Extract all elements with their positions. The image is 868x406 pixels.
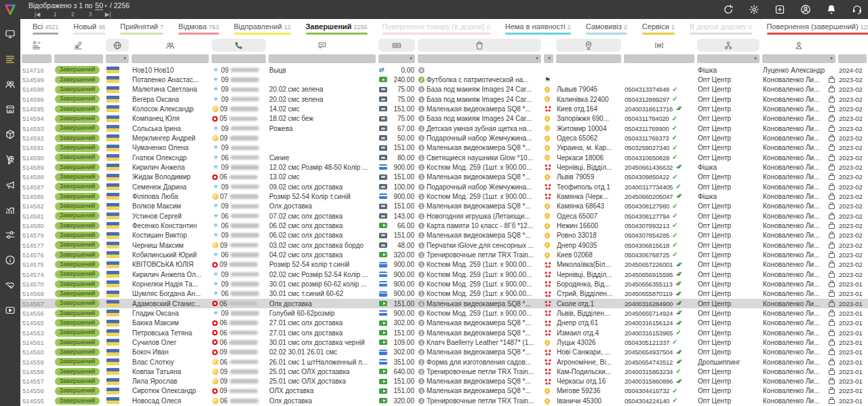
tab-5[interactable]: Відправлений12 [234,19,291,35]
table-row[interactable]: 514575ЗавершенийКВІТОВСЬКА ЮЛІЯ09Розмір … [20,260,868,270]
filter-id[interactable] [22,54,52,63]
sidebar-item-products[interactable] [0,124,20,145]
column-header-date[interactable] [837,37,868,53]
sidebar-item-statistics[interactable] [0,200,20,220]
sidebar-item-store[interactable] [0,99,20,119]
column-header-id[interactable]: ID [20,37,53,53]
tab-3[interactable]: Прийнятий7 [120,19,163,35]
table-row[interactable]: 514592ЗавершенийМерклингер Андрей0950.00… [20,133,868,143]
tab-4[interactable]: Відмова763 [178,19,219,35]
table-row[interactable]: 514558ЗавершенийКовпак Татьяна0925.01 см… [20,367,868,376]
table-row[interactable]: 514598ЗавершенийМалютина Светлана✳0920.0… [20,85,868,94]
table-row[interactable]: 514556ЗавершенийСиротюк Олександр09ОЛХ д… [20,386,868,396]
tab-11[interactable]: В дорозі додому0 [690,19,752,35]
page-2-button[interactable]: 2 [64,11,81,18]
tab-7[interactable]: Повернення товару (в дорозі)0 [382,19,490,35]
tab-6[interactable]: Завершений2256 [306,19,368,35]
filter-flag[interactable]: ▼ [106,54,129,63]
add-button[interactable] [774,4,785,15]
table-row[interactable]: 514599ЗавершенийПотапенко Анастас...✳092… [20,75,868,84]
table-row[interactable]: 514589ЗавершенийКирилич Анжела✳0912.02 с… [20,162,868,172]
filter-product[interactable]: ▼ [418,54,541,63]
column-header-source[interactable] [696,37,761,53]
page-first-button[interactable]: |◀ [28,11,46,18]
table-row[interactable]: 514595ЗавершенийКолосок Александр0914.02… [20,104,868,113]
column-header-product[interactable] [416,37,542,53]
table-row[interactable]: 514581ЗавершенийУстинов Сергей✳0607.02 с… [20,211,868,221]
column-header-flag[interactable] [104,37,130,53]
table-row[interactable]: 514594ЗавершенийКомпанец Юля0518.02 смс … [20,114,868,124]
table-row[interactable]: 514716ЗавершенийНов10 Нов10✳09Выцв⇄0.000… [20,65,868,75]
table-row[interactable]: 514576ЗавершенийКобилинський Юрий✳0604.0… [20,250,868,259]
table-row[interactable]: 514579ЗавершенийКостишин Виктор✳0906.02 … [20,231,868,240]
column-header-price[interactable] [377,37,416,53]
table-row[interactable]: 514559ЗавершенийВлас Слотюу0626.01 смс 1… [20,357,868,367]
page-size-select[interactable]: 50 [95,1,103,10]
sidebar-item-marketing[interactable] [0,174,20,195]
page-last-button[interactable]: ▶| [99,11,117,18]
app-logo-icon[interactable] [0,0,20,19]
table-row[interactable]: 514560ЗавершенийБокоч Иван0902.02 30.01 … [20,348,868,357]
table-row[interactable]: 514596ЗавершенийВегера Оксана✳0920.02 см… [20,94,868,104]
sidebar-item-dashboard[interactable] [0,24,20,44]
page-1-button[interactable]: 1 [46,11,64,18]
column-header-comment[interactable] [267,37,377,53]
tab-2[interactable]: Новый46 [73,19,105,35]
table-row[interactable]: 514580ЗавершенийФесенко Константин✳0606.… [20,221,868,230]
filter-deliv[interactable]: ▼ [544,54,553,63]
tab-8[interactable]: Нема в наявності2 [505,19,571,35]
table-row[interactable]: 514557ЗавершенийЛила Ярослав0925.01 смс … [20,377,868,386]
notifications-button[interactable] [826,4,837,15]
sidebar-item-partners[interactable] [0,275,20,295]
column-header-tracking[interactable] [623,37,696,53]
filter-status[interactable] [54,54,103,63]
tab-12[interactable]: Повернення (завершений)125 [767,19,868,35]
tab-1[interactable]: Всі4521 [33,19,58,35]
sidebar-item-info[interactable] [0,250,20,270]
refresh-button[interactable] [723,4,734,15]
column-header-location[interactable] [555,37,623,53]
sidebar-item-orders[interactable] [0,49,20,69]
support-button[interactable] [852,4,863,15]
column-header-status[interactable] [53,37,104,53]
column-header-phone[interactable] [210,37,267,53]
page-3-button[interactable]: 3 [81,11,99,18]
filter-phone[interactable] [212,54,266,63]
table-row[interactable]: 514567ЗавершенийАдамовский Станис...06Ол… [20,299,868,308]
filter-tracking[interactable] [624,54,694,63]
filter-comment[interactable] [269,54,376,63]
table-row[interactable]: 514555ЗавершенийНовосад Олеся06Олх доста… [20,396,868,405]
sidebar-item-video[interactable] [0,300,20,320]
table-row[interactable]: 514582ЗавершенийВолков Максим✳09Олх дост… [20,202,868,211]
column-header-manager[interactable] [761,37,837,53]
column-header-name[interactable] [130,37,210,53]
table-row[interactable]: 514565ЗавершенийБаюка Максим0627.01 смс … [20,318,868,328]
table-row[interactable]: 514586ЗавершенийФіліпова Люба07Розмір 52… [20,191,868,201]
tab-10[interactable]: Сервіси1 [642,19,675,35]
table-row[interactable]: 514566ЗавершенийГладик Оксана✳09Голубий … [20,308,868,318]
sidebar-item-shipments[interactable] [0,149,20,170]
table-row[interactable]: 514574ЗавершенийКирилич Анжела Ол...✳090… [20,270,868,279]
table-row[interactable]: 514563ЗавершенийПетровська Тетяна0627.01… [20,328,868,337]
filter-name[interactable] [132,54,209,63]
filter-date[interactable] [838,54,867,63]
filter-source[interactable]: ▼ [697,54,760,63]
table-row[interactable]: 514587ЗавершенийСеменюк Дарина✳0909.02 с… [20,182,868,191]
table-row[interactable]: 514568ЗавершенийШумляс Богдана Ан...✳063… [20,289,868,299]
sidebar-item-preferences[interactable] [0,225,20,245]
account-button[interactable] [800,4,811,15]
filter-price[interactable]: ▼ [378,54,415,63]
column-header-deliv[interactable] [542,37,555,53]
sidebar-item-customers[interactable] [0,74,20,94]
settings-button[interactable] [749,4,760,15]
table-row[interactable]: 514593ЗавершенийСольська Ірина✳09Рожева6… [20,124,868,133]
table-row[interactable]: 514561ЗавершенийСучилов Олег0630.01 смс … [20,337,868,347]
tab-9[interactable]: Самовивіз2 [586,19,627,35]
table-row[interactable]: 514577ЗавершенийЧерниш Максим0903.02 смс… [20,240,868,250]
table-row[interactable]: 514590ЗавершенийГнатюк Олексндр✳06Синие8… [20,153,868,162]
filter-location[interactable] [556,54,621,63]
table-row[interactable]: 514570ЗавершенийКорнелюк Надія Та...✳093… [20,279,868,289]
table-row[interactable]: 514591ЗавершенийЧумаченко Олена✳09151.00… [20,143,868,153]
filter-manager[interactable]: ▼ [762,54,835,63]
table-row[interactable]: 514588ЗавершенийЖидак Володимир0613.02 с… [20,172,868,182]
